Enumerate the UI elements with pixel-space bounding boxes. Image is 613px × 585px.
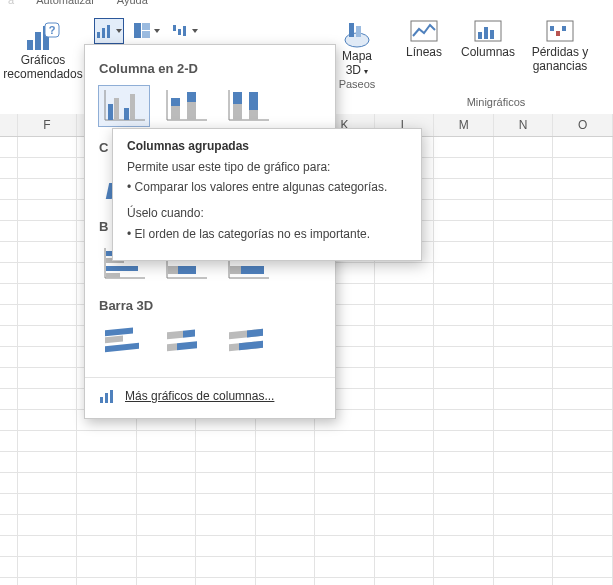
- cell[interactable]: [434, 368, 494, 389]
- cell[interactable]: [0, 557, 18, 578]
- cell[interactable]: [494, 347, 554, 368]
- sparkline-winloss-button[interactable]: Pérdidas y ganancias: [528, 18, 592, 74]
- grid-row[interactable]: [0, 431, 613, 452]
- cell[interactable]: [375, 305, 435, 326]
- cell[interactable]: [137, 494, 197, 515]
- cell[interactable]: [434, 263, 494, 284]
- cell[interactable]: [553, 410, 613, 431]
- sparkline-line-button[interactable]: Líneas: [400, 18, 448, 60]
- cell[interactable]: [315, 578, 375, 585]
- cell[interactable]: [0, 263, 18, 284]
- cell[interactable]: [494, 557, 554, 578]
- cell[interactable]: [375, 263, 435, 284]
- cell[interactable]: [434, 326, 494, 347]
- cell[interactable]: [315, 494, 375, 515]
- cell[interactable]: [0, 326, 18, 347]
- cell[interactable]: [0, 305, 18, 326]
- cell[interactable]: [375, 410, 435, 431]
- cell[interactable]: [494, 305, 554, 326]
- grid-row[interactable]: [0, 515, 613, 536]
- cell[interactable]: [434, 347, 494, 368]
- cell[interactable]: [196, 578, 256, 585]
- cell[interactable]: [494, 578, 554, 585]
- cell[interactable]: [553, 557, 613, 578]
- cell[interactable]: [315, 431, 375, 452]
- cell[interactable]: [434, 158, 494, 179]
- cell[interactable]: [494, 326, 554, 347]
- cell[interactable]: [553, 368, 613, 389]
- cell[interactable]: [494, 536, 554, 557]
- grid-row[interactable]: [0, 494, 613, 515]
- col-header[interactable]: E: [0, 114, 18, 136]
- cell[interactable]: [494, 410, 554, 431]
- cell[interactable]: [196, 557, 256, 578]
- cell[interactable]: [434, 179, 494, 200]
- cell[interactable]: [18, 326, 78, 347]
- cell[interactable]: [18, 368, 78, 389]
- cell[interactable]: [18, 536, 78, 557]
- cell[interactable]: [256, 557, 316, 578]
- cell[interactable]: [494, 263, 554, 284]
- menu-item-ayuda[interactable]: Ayuda: [117, 0, 148, 6]
- cell[interactable]: [0, 389, 18, 410]
- cell[interactable]: [18, 452, 78, 473]
- cell[interactable]: [434, 389, 494, 410]
- cell[interactable]: [315, 452, 375, 473]
- cell[interactable]: [18, 473, 78, 494]
- slicer-button[interactable]: Segme de d: [608, 18, 613, 74]
- cell[interactable]: [137, 515, 197, 536]
- cell[interactable]: [256, 473, 316, 494]
- cell[interactable]: [256, 515, 316, 536]
- cell[interactable]: [18, 137, 78, 158]
- cell[interactable]: [375, 473, 435, 494]
- cell[interactable]: [77, 473, 137, 494]
- cell[interactable]: [256, 536, 316, 557]
- cell[interactable]: [375, 536, 435, 557]
- cell[interactable]: [553, 284, 613, 305]
- cell[interactable]: [196, 452, 256, 473]
- cell[interactable]: [315, 515, 375, 536]
- cell[interactable]: [553, 494, 613, 515]
- column-chart-dropdown[interactable]: [94, 18, 124, 44]
- cell[interactable]: [18, 494, 78, 515]
- cell[interactable]: [494, 431, 554, 452]
- cell[interactable]: [553, 326, 613, 347]
- cell[interactable]: [494, 242, 554, 263]
- cell[interactable]: [494, 221, 554, 242]
- more-column-charts[interactable]: Más gráficos de columnas...: [85, 377, 335, 410]
- cell[interactable]: [553, 263, 613, 284]
- cell[interactable]: [18, 179, 78, 200]
- cell[interactable]: [553, 200, 613, 221]
- cell[interactable]: [434, 221, 494, 242]
- hierarchy-chart-dropdown[interactable]: [132, 18, 162, 44]
- cell[interactable]: [0, 284, 18, 305]
- cell[interactable]: [494, 179, 554, 200]
- cell[interactable]: [18, 410, 78, 431]
- cell[interactable]: [137, 557, 197, 578]
- cell[interactable]: [0, 578, 18, 585]
- cell[interactable]: [18, 578, 78, 585]
- cell[interactable]: [18, 389, 78, 410]
- cell[interactable]: [494, 200, 554, 221]
- cell[interactable]: [77, 557, 137, 578]
- cell[interactable]: [375, 326, 435, 347]
- cell[interactable]: [553, 578, 613, 585]
- cell[interactable]: [196, 473, 256, 494]
- cell[interactable]: [553, 305, 613, 326]
- cell[interactable]: [18, 221, 78, 242]
- cell[interactable]: [18, 431, 78, 452]
- grid-row[interactable]: [0, 473, 613, 494]
- cell[interactable]: [553, 347, 613, 368]
- cell[interactable]: [18, 305, 78, 326]
- cell[interactable]: [434, 284, 494, 305]
- cell[interactable]: [0, 179, 18, 200]
- cell[interactable]: [18, 200, 78, 221]
- cell[interactable]: [18, 515, 78, 536]
- stacked-bar-3d[interactable]: [161, 323, 211, 363]
- cell[interactable]: [0, 347, 18, 368]
- cell[interactable]: [375, 389, 435, 410]
- cell[interactable]: [315, 473, 375, 494]
- cell[interactable]: [494, 137, 554, 158]
- cell[interactable]: [137, 431, 197, 452]
- cell[interactable]: [0, 368, 18, 389]
